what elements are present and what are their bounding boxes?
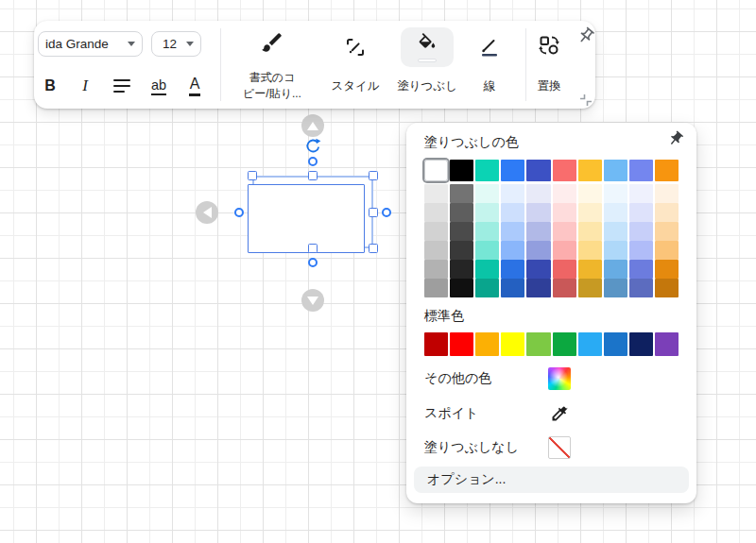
bold-button[interactable]: B — [36, 73, 64, 99]
color-swatch[interactable] — [450, 160, 473, 181]
no-fill-item[interactable]: 塗りつぶしなし — [424, 435, 679, 460]
color-swatch[interactable] — [553, 184, 576, 203]
color-swatch[interactable] — [655, 241, 679, 260]
color-swatch[interactable] — [553, 160, 576, 181]
color-swatch[interactable] — [475, 222, 499, 241]
collapse-corner-icon[interactable] — [578, 93, 593, 108]
color-swatch[interactable] — [553, 260, 576, 279]
color-swatch[interactable] — [450, 260, 473, 279]
color-swatch[interactable] — [424, 260, 448, 279]
color-swatch[interactable] — [604, 279, 627, 297]
color-swatch[interactable] — [629, 241, 653, 260]
nav-left-button[interactable] — [196, 201, 218, 224]
color-swatch[interactable] — [501, 184, 524, 203]
color-swatch[interactable] — [475, 332, 499, 356]
line-button[interactable]: 線 — [467, 21, 512, 109]
eyedropper-item[interactable]: スポイト — [424, 401, 679, 426]
color-swatch[interactable] — [450, 203, 473, 222]
color-swatch[interactable] — [553, 279, 576, 297]
color-swatch[interactable] — [475, 203, 499, 222]
color-swatch[interactable] — [475, 184, 499, 203]
color-swatch[interactable] — [578, 260, 602, 279]
color-swatch[interactable] — [450, 241, 473, 260]
color-swatch[interactable] — [604, 260, 627, 279]
connection-point-right[interactable] — [382, 208, 391, 217]
color-swatch[interactable] — [655, 260, 679, 279]
color-swatch[interactable] — [424, 184, 448, 203]
color-swatch[interactable] — [450, 332, 473, 356]
color-swatch[interactable] — [526, 332, 550, 356]
color-swatch[interactable] — [424, 241, 448, 260]
color-swatch[interactable] — [526, 222, 550, 241]
color-swatch[interactable] — [604, 332, 627, 356]
color-swatch[interactable] — [604, 203, 627, 222]
options-item[interactable]: オプション... — [414, 467, 689, 493]
color-swatch[interactable] — [501, 203, 524, 222]
color-swatch[interactable] — [655, 279, 679, 297]
color-swatch[interactable] — [526, 160, 550, 181]
color-swatch[interactable] — [629, 184, 653, 203]
color-swatch[interactable] — [475, 160, 499, 181]
color-swatch[interactable] — [604, 184, 627, 203]
color-swatch[interactable] — [501, 260, 524, 279]
more-colors-item[interactable]: その他の色 — [424, 366, 679, 391]
nav-up-button[interactable] — [301, 114, 324, 137]
resize-handle-s[interactable] — [308, 244, 318, 253]
nav-down-button[interactable] — [301, 289, 324, 312]
color-swatch[interactable] — [655, 160, 679, 181]
resize-handle-ne[interactable] — [369, 171, 378, 180]
color-swatch[interactable] — [424, 203, 448, 222]
color-swatch[interactable] — [629, 160, 653, 181]
color-swatch[interactable] — [553, 203, 576, 222]
color-swatch[interactable] — [578, 222, 602, 241]
connection-point-bottom[interactable] — [308, 258, 318, 267]
color-swatch[interactable] — [655, 332, 679, 356]
text-color-button[interactable]: A — [180, 73, 209, 99]
resize-handle-nw[interactable] — [248, 171, 257, 180]
resize-handle-sw[interactable] — [248, 184, 365, 253]
color-swatch[interactable] — [629, 332, 653, 356]
color-swatch[interactable] — [578, 241, 602, 260]
color-swatch[interactable] — [629, 279, 653, 297]
color-swatch[interactable] — [424, 160, 448, 181]
color-swatch[interactable] — [526, 203, 550, 222]
color-swatch[interactable] — [526, 241, 550, 260]
color-swatch[interactable] — [655, 203, 679, 222]
color-swatch[interactable] — [604, 160, 627, 181]
color-swatch[interactable] — [578, 279, 602, 297]
fill-button[interactable]: 塗りつぶし — [397, 21, 457, 109]
italic-button[interactable]: I — [71, 73, 99, 99]
color-swatch[interactable] — [450, 279, 473, 297]
color-swatch[interactable] — [604, 222, 627, 241]
color-swatch[interactable] — [501, 279, 524, 297]
color-swatch[interactable] — [526, 279, 550, 297]
color-swatch[interactable] — [578, 332, 602, 356]
color-swatch[interactable] — [578, 203, 602, 222]
color-swatch[interactable] — [655, 222, 679, 241]
color-swatch[interactable] — [501, 241, 524, 260]
resize-handle-e[interactable] — [369, 208, 378, 217]
rotate-handle-icon[interactable] — [304, 138, 321, 155]
color-swatch[interactable] — [553, 222, 576, 241]
color-swatch[interactable] — [578, 160, 602, 181]
selected-textbox[interactable]: テキスト1 — [252, 176, 373, 248]
underline-button[interactable]: ab — [145, 73, 173, 99]
color-swatch[interactable] — [475, 279, 499, 297]
color-swatch[interactable] — [604, 241, 627, 260]
font-family-select[interactable]: ida Grande — [38, 31, 143, 57]
color-swatch[interactable] — [475, 241, 499, 260]
pin-toolbar-icon[interactable] — [576, 26, 595, 45]
resize-handle-n[interactable] — [308, 171, 318, 180]
color-swatch[interactable] — [526, 184, 550, 203]
color-swatch[interactable] — [629, 260, 653, 279]
drawing-canvas[interactable]: { "toolbar": { "font_family_value": "ida… — [0, 0, 756, 543]
color-swatch[interactable] — [424, 332, 448, 356]
resize-handle-se[interactable] — [369, 244, 378, 253]
color-swatch[interactable] — [450, 184, 473, 203]
color-swatch[interactable] — [501, 222, 524, 241]
color-swatch[interactable] — [553, 241, 576, 260]
connection-point-left[interactable] — [234, 208, 244, 217]
color-swatch[interactable] — [526, 260, 550, 279]
color-swatch[interactable] — [629, 203, 653, 222]
color-swatch[interactable] — [501, 160, 524, 181]
